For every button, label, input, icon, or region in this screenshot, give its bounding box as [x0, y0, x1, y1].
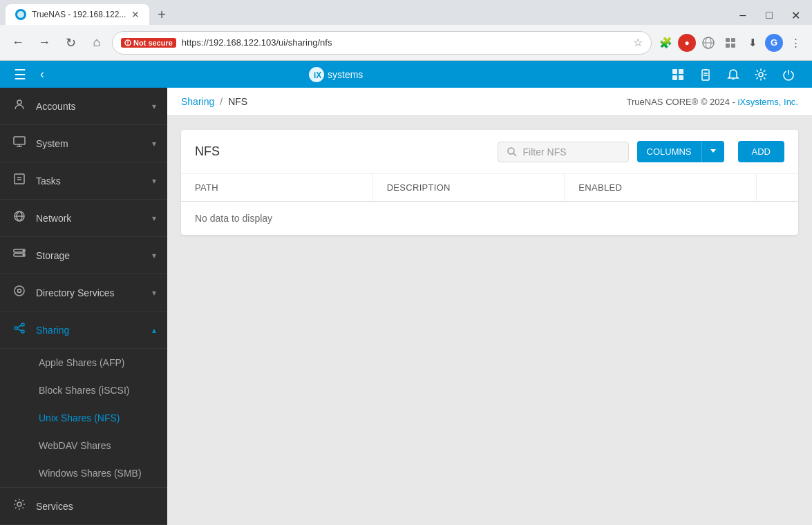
nfs-search-input[interactable] — [523, 146, 620, 158]
svg-point-23 — [759, 73, 763, 77]
sharing-icon — [11, 321, 28, 338]
columns-dropdown-button[interactable] — [701, 141, 724, 162]
sidebar-sub-item-apple-shares[interactable]: Apple Shares (AFP) — [0, 349, 167, 376]
network-icon — [11, 209, 28, 227]
svg-point-3 — [127, 44, 129, 45]
nav-back-button[interactable]: ‹ — [37, 64, 47, 84]
hamburger-menu-button[interactable]: ☰ — [11, 64, 29, 86]
columns-button[interactable]: COLUMNS — [637, 141, 701, 162]
breadcrumb-current-page: NFS — [228, 96, 247, 107]
power-icon-button[interactable] — [776, 62, 801, 87]
clipboard-icon-button[interactable] — [693, 62, 718, 87]
window-minimize-button[interactable]: – — [732, 6, 754, 25]
sidebar-item-directory-services[interactable]: Directory Services ▾ — [0, 274, 167, 312]
svg-rect-16 — [672, 75, 677, 80]
columns-button-group: COLUMNS — [637, 141, 724, 162]
sidebar-sub-item-webdav-shares[interactable]: WebDAV Shares — [0, 432, 167, 459]
url-display: https://192.168.122.103/ui/sharing/nfs — [182, 37, 627, 48]
svg-line-43 — [17, 329, 21, 331]
sidebar-sub-item-unix-shares[interactable]: Unix Shares (NFS) — [0, 404, 167, 432]
sidebar-item-storage-label: Storage — [36, 250, 144, 261]
svg-point-44 — [17, 502, 21, 506]
svg-text:systems: systems — [328, 69, 363, 80]
sidebar-item-directory-services-label: Directory Services — [36, 287, 144, 298]
sidebar: Accounts ▾ System ▾ Tasks ▾ — [0, 88, 167, 525]
browser-refresh-button[interactable]: ↻ — [59, 32, 82, 54]
truenas-icon-button[interactable] — [665, 62, 690, 87]
settings-icon-button[interactable] — [748, 62, 773, 87]
svg-point-41 — [21, 330, 24, 333]
browser-home-button[interactable]: ⌂ — [86, 32, 108, 54]
directory-services-icon — [11, 284, 28, 301]
svg-text:iX: iX — [314, 70, 321, 80]
sidebar-item-accounts[interactable]: Accounts ▾ — [0, 88, 167, 125]
svg-point-39 — [21, 323, 24, 326]
notifications-icon-button[interactable] — [721, 62, 746, 87]
ixsystems-link[interactable]: iXsystems, Inc. — [738, 97, 798, 107]
breadcrumb-sharing-link[interactable]: Sharing — [181, 96, 214, 107]
window-maximize-button[interactable]: □ — [758, 6, 780, 25]
sidebar-sub-item-windows-shares[interactable]: Windows Shares (SMB) — [0, 459, 167, 487]
new-tab-button[interactable]: + — [152, 4, 171, 25]
svg-rect-7 — [726, 38, 730, 42]
downloads-icon[interactable]: ⬇ — [743, 33, 762, 52]
block-shares-label: Block Shares (iSCSI) — [39, 385, 129, 396]
sidebar-item-tasks[interactable]: Tasks ▾ — [0, 162, 167, 200]
tab-close-button[interactable]: ✕ — [131, 9, 140, 20]
svg-rect-10 — [731, 44, 735, 48]
window-close-button[interactable]: ✕ — [784, 6, 806, 25]
bookmark-icon[interactable]: ☆ — [633, 36, 643, 49]
tab-favicon — [15, 9, 26, 20]
tasks-chevron-icon: ▾ — [152, 176, 156, 186]
sidebar-item-services[interactable]: Services — [0, 488, 167, 525]
nfs-table-header: Path Description Enabled — [181, 174, 798, 202]
browser-back-button[interactable]: ← — [7, 32, 29, 54]
browser-forward-button[interactable]: → — [33, 32, 55, 54]
nfs-search-box[interactable] — [498, 142, 629, 162]
browser-icon-2[interactable] — [699, 33, 718, 52]
svg-marker-47 — [710, 149, 716, 153]
version-info: TrueNAS CORE® © 2024 - iXsystems, Inc. — [627, 97, 798, 107]
svg-rect-28 — [15, 174, 24, 184]
browser-menu-icon[interactable]: ⋮ — [786, 33, 805, 52]
page-content: NFS COLUMNS ADD — [167, 116, 812, 525]
description-column-header: Description — [373, 174, 565, 201]
search-icon — [507, 146, 518, 158]
svg-point-24 — [17, 100, 21, 104]
svg-rect-15 — [679, 69, 683, 74]
add-nfs-button[interactable]: ADD — [738, 141, 784, 162]
svg-point-40 — [15, 327, 17, 330]
sidebar-item-sharing[interactable]: Sharing ▴ — [0, 312, 167, 349]
system-chevron-icon: ▾ — [152, 139, 156, 149]
sidebar-sub-item-block-shares[interactable]: Block Shares (iSCSI) — [0, 376, 167, 404]
sidebar-item-accounts-label: Accounts — [36, 101, 144, 112]
extensions-icon[interactable]: 🧩 — [656, 33, 675, 52]
breadcrumb-separator: / — [220, 96, 223, 107]
browser-icon-1[interactable]: ● — [678, 34, 696, 52]
apple-shares-label: Apple Shares (AFP) — [39, 357, 125, 368]
svg-point-37 — [15, 286, 24, 296]
app-header: ☰ ‹ iX systems — [0, 61, 812, 88]
address-bar[interactable]: Not secure https://192.168.122.103/ui/sh… — [112, 31, 652, 55]
storage-icon — [11, 247, 28, 264]
browser-tab[interactable]: TrueNAS - 192.168.122... ✕ — [6, 4, 149, 25]
browser-icon-3[interactable] — [721, 33, 740, 52]
system-icon — [11, 135, 28, 152]
window-controls: – □ ✕ — [732, 6, 806, 25]
svg-line-46 — [513, 153, 516, 156]
content-area: Sharing / NFS TrueNAS CORE® © 2024 - iXs… — [167, 88, 812, 525]
svg-rect-9 — [726, 44, 730, 48]
svg-point-36 — [23, 254, 24, 256]
svg-rect-25 — [14, 137, 25, 144]
accounts-chevron-icon: ▾ — [152, 102, 156, 111]
accounts-icon — [11, 97, 28, 115]
sidebar-item-system[interactable]: System ▾ — [0, 125, 167, 162]
sidebar-item-storage[interactable]: Storage ▾ — [0, 237, 167, 274]
svg-point-35 — [23, 250, 24, 251]
profile-icon[interactable]: G — [765, 34, 783, 52]
sidebar-item-network[interactable]: Network ▾ — [0, 200, 167, 237]
windows-shares-label: Windows Shares (SMB) — [39, 468, 142, 479]
browser-toolbar-icons: 🧩 ● ⬇ G ⋮ — [656, 33, 805, 52]
network-chevron-icon: ▾ — [152, 213, 156, 223]
directory-services-chevron-icon: ▾ — [152, 288, 156, 298]
